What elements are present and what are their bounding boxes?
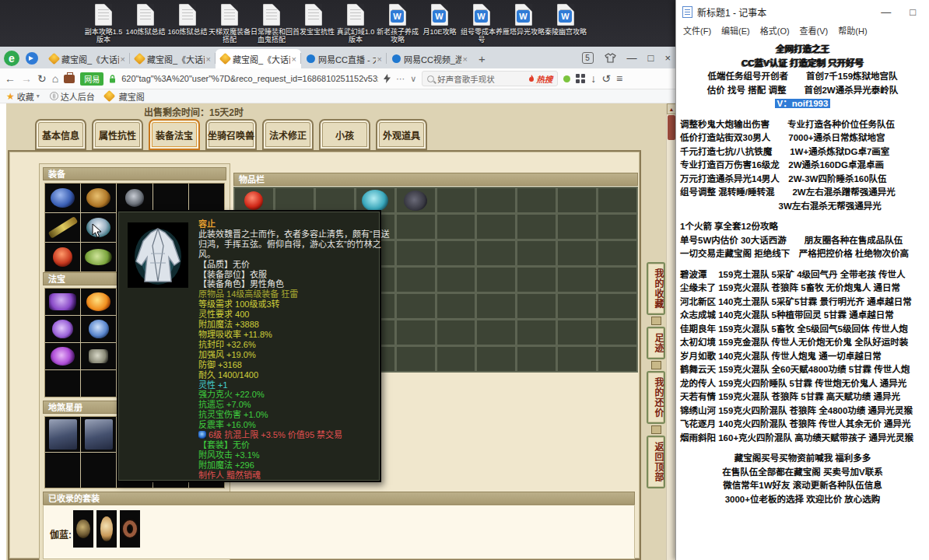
bookmark-item[interactable]: 达人后台 [50,90,95,103]
empty-slot[interactable] [517,267,556,292]
item-slot-red-gourd[interactable] [45,243,80,271]
search-box[interactable]: 好声音歌手现状 热搜 [422,71,558,86]
empty-slot[interactable] [436,214,476,240]
url-text[interactable]: 620"tag"%3A%20"user"%7D&reco_request_id=… [121,74,378,83]
desktop-shortcut[interactable]: 140炼狱总结 [124,0,167,47]
notepad-menu-item[interactable]: 格式(O) [760,24,790,37]
empty-slot[interactable] [517,240,556,266]
empty-slot[interactable] [476,187,516,213]
empty-slot[interactable] [396,214,436,240]
notepad-minimize-button[interactable]: — [874,6,898,18]
hot-search[interactable]: 热搜 [528,73,552,85]
tab-close-icon[interactable]: × [119,54,127,64]
empty-slot[interactable] [436,187,476,213]
scroll-up-icon[interactable]: ▲ [667,103,675,114]
empty-slot[interactable] [436,320,476,345]
empty-slot[interactable] [557,293,597,319]
desktop-shortcut[interactable]: 160炼狱总结 [167,0,209,47]
empty-slot[interactable] [81,370,116,397]
empty-slot[interactable] [517,214,556,240]
empty-slot[interactable] [396,240,436,266]
empty-slot[interactable] [153,184,188,212]
item-slot-green-shoes[interactable] [81,243,116,271]
close-button[interactable]: × [664,53,671,63]
notepad-text-area[interactable]: 全网打造之王 CC蓝V认证 打造定制 只开好号 低端任务组号开创者 首创7千15… [676,37,929,506]
notepad-menu-item[interactable]: 编辑(E) [721,24,750,37]
character-tab[interactable]: 基本信息 [35,119,86,150]
item-slot-dark-mask[interactable] [117,184,152,212]
character-tab[interactable]: 法术修正 [262,119,314,150]
sidebar-button[interactable]: 我的还价 [647,371,665,424]
new-tab-button[interactable]: + [472,52,492,68]
status-dot-icon[interactable] [563,75,570,82]
empty-slot[interactable] [436,293,476,319]
messenger-icon[interactable] [26,52,38,65]
desktop-shortcut[interactable]: 月10E攻略 [419,0,461,47]
character-tab[interactable]: 坐骑召唤兽 [205,119,257,150]
scrollbar-thumb[interactable] [668,115,675,140]
notepad-menu-item[interactable]: 查看(V) [800,24,829,37]
more-icon[interactable]: ⋯ [396,74,405,84]
empty-slot[interactable] [517,346,556,372]
item-slot-ice-claw[interactable] [81,316,116,342]
empty-slot[interactable] [396,346,436,372]
empty-slot[interactable] [557,267,597,292]
empty-slot[interactable] [517,320,556,345]
empty-slot[interactable] [598,293,637,319]
extension-badge[interactable]: 5 [582,52,594,64]
empty-slot[interactable] [557,214,597,240]
empty-slot[interactable] [517,293,556,319]
empty-slot[interactable] [557,187,597,213]
item-slot-purple-book[interactable] [45,289,80,315]
desktop-shortcut[interactable]: 新老孩子养成攻略 [377,0,419,47]
item-slot-disha-card[interactable] [45,417,80,452]
empty-slot[interactable] [557,240,597,266]
empty-slot[interactable] [476,214,516,240]
empty-slot[interactable] [396,293,436,319]
bookmark-favorites[interactable]: ★ 收藏 ▾ [6,90,40,103]
character-tab[interactable]: 外观道具 [376,119,427,150]
sidebar-button[interactable]: 足迹 [647,327,665,359]
apps-grid-icon[interactable] [576,74,585,83]
empty-slot[interactable] [557,320,597,345]
empty-slot[interactable] [81,453,116,488]
empty-slot[interactable] [436,346,476,372]
desktop-shortcut[interactable]: 首发宝宝抗性 [293,0,335,47]
notepad-maximize-button[interactable]: □ [903,6,923,18]
empty-slot[interactable] [598,214,637,240]
browser-tab[interactable]: 藏宝阁_《大话西游 × [44,49,130,68]
lightning-icon[interactable] [384,74,391,83]
empty-slot[interactable] [45,453,80,488]
item-slot-purple-six[interactable] [45,343,80,369]
site-badge[interactable]: 网易 [80,72,103,86]
item-slot-gold-sword[interactable] [45,213,80,242]
item-slot-dark-relic[interactable] [396,187,436,213]
desktop-shortcut[interactable]: 日常睡装和回血鬼搭配 [251,0,293,47]
desktop-shortcut[interactable]: 真武幻域1.0版本 [335,0,377,47]
empty-slot[interactable] [45,370,80,397]
notepad-menu-item[interactable]: 文件(F) [683,24,711,37]
empty-slot[interactable] [476,320,516,345]
item-slot-gray-pouch[interactable] [81,343,116,369]
undo-icon[interactable]: ↺ [601,72,611,85]
bookmark-item[interactable]: 藏宝阁 [105,90,145,103]
empty-slot[interactable] [517,187,556,213]
favorites-case-icon[interactable] [64,75,75,83]
download-icon[interactable]: ↓ [591,72,596,85]
browser-tab[interactable]: 藏宝阁_《大话西游 × [130,49,216,68]
empty-slot[interactable] [557,346,597,372]
empty-slot[interactable] [598,187,637,213]
empty-slot[interactable] [476,293,516,319]
set-item[interactable] [96,510,117,548]
empty-slot[interactable] [396,267,436,292]
empty-slot[interactable] [189,184,224,212]
character-tab[interactable]: 属性抗性 [92,119,143,150]
desktop-shortcut[interactable]: 秦陵幽宫攻略 [545,0,587,47]
tab-close-icon[interactable]: × [205,54,212,64]
desktop-shortcut[interactable]: 雁塔异光攻略 [503,0,545,47]
item-slot-fire-orb[interactable] [81,289,116,315]
browser-tab[interactable]: 网易CC视频_游戏 × [387,49,472,68]
empty-slot[interactable] [598,346,637,372]
forward-icon[interactable]: → [21,72,32,85]
notepad-titlebar[interactable]: 新标题1 - 记事本 — □ [676,0,929,23]
